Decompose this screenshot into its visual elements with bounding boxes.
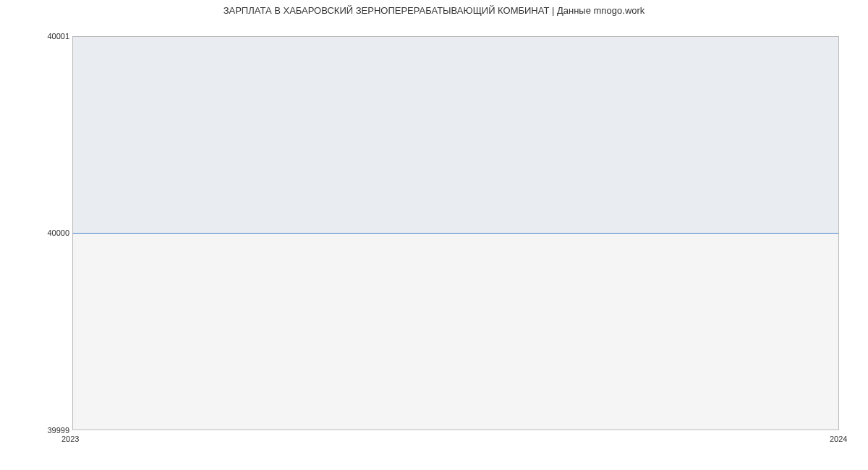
area-fill [73, 37, 838, 234]
y-tick-mid: 40000 [47, 228, 69, 237]
y-tick-top: 40001 [47, 32, 69, 40]
data-line [73, 233, 838, 234]
plot-area [72, 36, 839, 430]
x-tick-left: 2023 [61, 435, 79, 443]
chart-title: ЗАРПЛАТА В ХАБАРОВСКИЙ ЗЕРНОПЕРЕРАБАТЫВА… [0, 5, 868, 16]
y-tick-bottom: 39999 [47, 426, 69, 435]
x-tick-right: 2024 [830, 435, 847, 443]
chart-container: ЗАРПЛАТА В ХАБАРОВСКИЙ ЗЕРНОПЕРЕРАБАТЫВА… [0, 0, 868, 470]
